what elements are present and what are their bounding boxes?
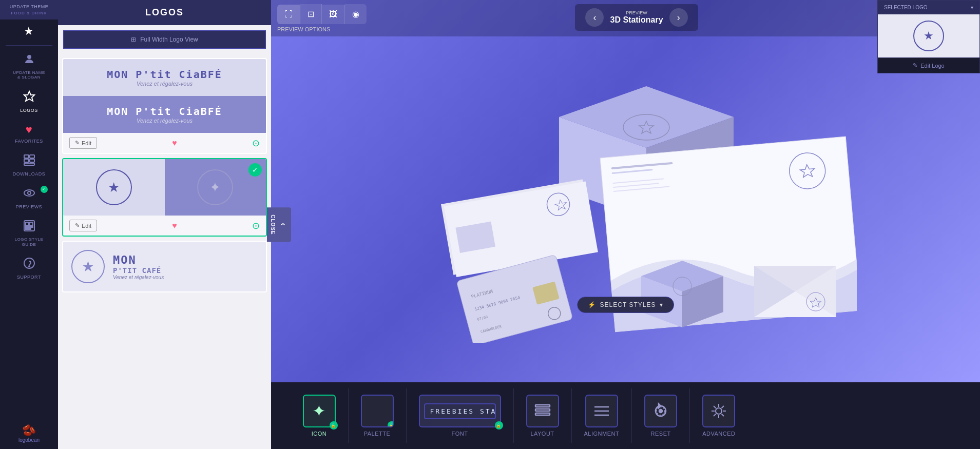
sidebar-item-logos[interactable]: LOGOS (0, 85, 58, 118)
preview-color-button[interactable]: ◉ (345, 4, 367, 24)
sidebar-item-star[interactable]: ★ (0, 19, 58, 43)
person-icon (23, 53, 35, 68)
sidebar-item-previews[interactable]: ✓ PREVIEWS (0, 182, 58, 214)
svg-point-63 (716, 408, 722, 414)
sidebar-item-support[interactable]: SUPPORT (0, 252, 58, 285)
edit-logo-label: Edit Logo (920, 63, 944, 69)
selected-logo-panel: SELECTED LOGO ▾ ★ ✎ Edit Logo (877, 0, 980, 73)
toolbar-star-icon: ✦ (312, 401, 326, 421)
logo1-download-button[interactable]: ⊙ (252, 138, 260, 149)
preview-fullscreen-button[interactable]: ⛶ (277, 5, 300, 24)
font-label: Font (452, 431, 468, 437)
logo3-name: MON (113, 253, 164, 266)
toolbar-item-alignment[interactable]: Alignment (572, 388, 632, 443)
toolbar-item-layout[interactable]: Layout (514, 388, 572, 443)
logo-card-3[interactable]: ★ MON P'TIT CAFÉ Venez et régalez-vous (62, 241, 267, 292)
svg-marker-1 (24, 91, 34, 101)
selected-logo-header: SELECTED LOGO ▾ (878, 1, 979, 14)
downloads-label: DOWNLOADS (13, 171, 46, 177)
select-styles-button[interactable]: ⚡ SELECT STYLES ▾ (577, 297, 675, 313)
logo-panel: LOGOS ⊞ Full Width Logo View MON P'tit C… (58, 0, 271, 449)
palette-label: Palette (364, 431, 391, 437)
logo1-edit-label: Edit (82, 140, 91, 146)
selected-check: ✓ (248, 163, 262, 177)
save-icon: ⊡ (308, 10, 314, 18)
sidebar-item-favorites[interactable]: ♥ FAVORITES (0, 118, 58, 149)
preview-image-button[interactable]: 🖼 (322, 5, 345, 24)
reset-icon (651, 402, 670, 420)
sidebar-item-downloads[interactable]: DOWNLOADS (0, 149, 58, 182)
logo3-name2: P'TIT CAFÉ (113, 266, 164, 275)
previews-icon (23, 187, 35, 202)
logo-style-icon (23, 220, 35, 235)
logos-label: LOGOS (20, 108, 38, 113)
fullwidth-icon: ⊞ (131, 36, 136, 43)
alignment-label: Alignment (584, 431, 620, 437)
sidebar-item-update-name[interactable]: UPDATE NAME& SLOGAN (0, 48, 58, 85)
logo1-slogan: Venez et régalez-vous (72, 81, 257, 87)
logo2-edit-button[interactable]: ✎ Edit (69, 220, 97, 231)
svg-point-61 (659, 409, 662, 413)
font-lock: 🔒 (495, 421, 503, 430)
toolbar-item-palette[interactable]: 🔒 Palette (349, 388, 407, 443)
favorites-label: FAVORITES (15, 139, 43, 144)
logo-style-label: LOGO STYLEGUIDE (15, 237, 44, 247)
logo-panel-title: LOGOS (58, 0, 271, 25)
svg-point-0 (27, 55, 31, 59)
layout-tool-box (526, 395, 559, 427)
svg-marker-60 (659, 404, 661, 408)
previews-badge: ✓ (41, 186, 48, 193)
full-width-view-button[interactable]: ⊞ Full Width Logo View (63, 30, 266, 49)
svg-rect-12 (26, 226, 33, 227)
logobean-logo: 🫘 logobean (18, 418, 40, 449)
edit-icon-selected: ✎ (913, 62, 917, 69)
star-logo-icon-alt: ✦ (209, 180, 221, 196)
reset-tool-box (644, 395, 677, 427)
logo2-download-button[interactable]: ⊙ (252, 220, 260, 231)
logo1-name: MON P'tit CiaBFÉ (72, 68, 257, 81)
svg-rect-6 (24, 163, 34, 165)
logo1-slogan-alt: Venez et régalez-vous (72, 118, 257, 124)
preview-label: PREVIEW (610, 10, 663, 15)
logo-card-1[interactable]: MON P'tit CiaBFÉ Venez et régalez-vous M… (62, 58, 267, 154)
logos-icon (23, 90, 35, 106)
svg-point-15 (29, 266, 30, 267)
svg-rect-4 (24, 159, 29, 162)
preview-prev-button[interactable]: ‹ (585, 8, 604, 27)
advanced-icon (709, 402, 728, 420)
chevron-down-styles-icon: ▾ (660, 301, 663, 308)
svg-rect-13 (26, 228, 31, 229)
toolbar-item-reset[interactable]: Reset (632, 388, 690, 443)
preview-save-button[interactable]: ⊡ (300, 4, 322, 24)
close-panel-button[interactable]: ‹ CLOSE (267, 207, 291, 242)
preview-next-button[interactable]: › (669, 8, 688, 27)
update-name-label: UPDATE NAME& SLOGAN (13, 70, 45, 80)
preview-title: 3D Stationary (610, 15, 663, 25)
fullscreen-icon: ⛶ (284, 10, 293, 18)
logo2-edit-label: Edit (82, 223, 91, 229)
toolbar-item-icon[interactable]: ✦ 🔒 Icon (291, 388, 349, 443)
logo1-favorite-button[interactable]: ♥ (172, 139, 177, 148)
selected-logo-preview: ★ (878, 14, 979, 57)
logo2-favorite-button[interactable]: ♥ (172, 221, 177, 230)
sidebar-item-logo-style[interactable]: LOGO STYLEGUIDE (0, 214, 58, 252)
svg-line-68 (714, 406, 716, 408)
logobean-label: logobean (18, 437, 40, 443)
heart-icon: ♥ (26, 123, 33, 136)
logo3-star: ★ (82, 258, 94, 275)
update-theme-label: UPDATE THEME (10, 4, 49, 10)
toolbar-item-advanced[interactable]: Advanced (690, 388, 747, 443)
star-logo-icon: ★ (108, 180, 120, 196)
advanced-label: Advanced (702, 431, 735, 437)
icon-tool-box: ✦ 🔒 (303, 395, 336, 427)
toolbar-item-font[interactable]: FREEBIES STATEMENT 🔒 Font (407, 388, 514, 443)
edit-logo-button[interactable]: ✎ Edit Logo (878, 57, 979, 73)
full-width-label: Full Width Logo View (140, 36, 198, 43)
styles-icon: ⚡ (588, 301, 596, 308)
logo-card-2[interactable]: ✓ ★ ✦ ✎ Edit ♥ ⊙ (62, 158, 267, 237)
sidebar: UPDATE THEME FOOD & DRINK ★ UPDATE NAME&… (0, 0, 58, 449)
svg-rect-53 (535, 405, 550, 407)
preview-area: ⛶ ⊡ 🖼 ◉ PREVIEW OPTIONS ‹ PREVIEW 3D (271, 0, 980, 382)
logo1-edit-button[interactable]: ✎ Edit (69, 137, 97, 149)
brand-label: FOOD & DRINK (11, 11, 47, 15)
